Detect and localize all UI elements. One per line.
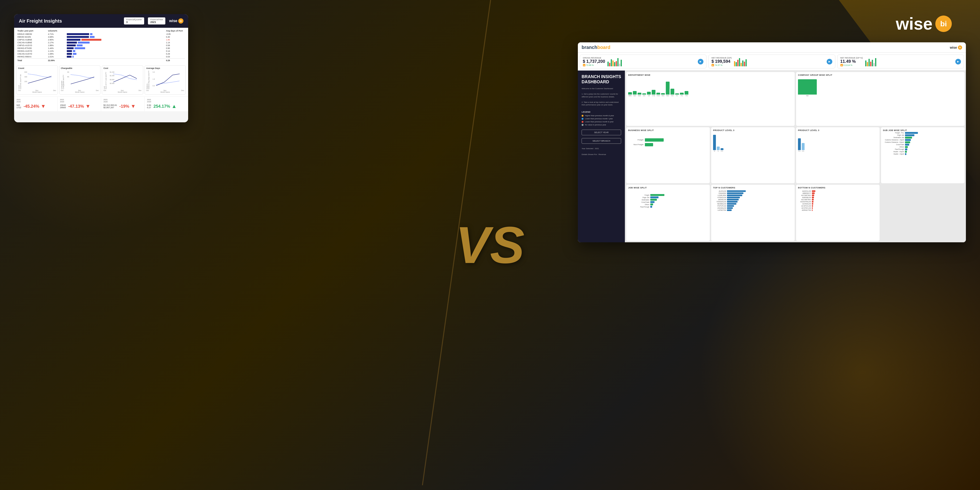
af-header-right: FinancialQuarter 3 FinancialYear 2021 Ai… xyxy=(124,18,183,24)
sj-bar-3 xyxy=(905,137,912,138)
pl3r-col-lcl: LCL xyxy=(802,143,805,152)
row-avg: 0.14 xyxy=(166,50,185,52)
year-filter[interactable]: FinancialYear 2021 xyxy=(148,18,165,24)
af-table-headers: Trade Lane port volume% Avg days of Port xyxy=(18,30,185,32)
bnc-area: AAISOLLIM ABBINDLTI ACCMETAIG AIAENBLIM … xyxy=(798,190,878,212)
table-row: CNCAN-AUBNE 2.17% 1.14 xyxy=(18,41,185,44)
count-chart-title: Count xyxy=(18,67,56,69)
legend-dot-1 xyxy=(582,115,584,117)
bc-row-9: ACSTECLIM xyxy=(798,207,878,209)
bar-fia xyxy=(670,89,674,95)
chargeable-title: Chargeable xyxy=(61,67,99,69)
kpi-nrgp-sparkbar xyxy=(734,58,747,66)
sj-label-8: PassThrough xyxy=(883,148,904,150)
quarter-filter[interactable]: FinancialQuarter 3 xyxy=(124,18,145,24)
stat-cost: 20212020 $2,312,993.61$2,857,267 -19% ▼ xyxy=(101,97,145,111)
kpi-nrgp-play[interactable]: ▶ xyxy=(827,59,832,64)
main-logo: wise bi xyxy=(896,14,952,33)
spark-9 xyxy=(620,60,622,66)
row-name: CNCAN-AUBNE xyxy=(18,41,48,44)
bar-avg xyxy=(90,33,92,35)
jw-row-6: PassThrough xyxy=(628,206,708,208)
select-branch-button[interactable]: SELECT BRANCH xyxy=(582,138,621,144)
spark-7 xyxy=(875,58,876,66)
sj-label-10: Haulier - Import xyxy=(883,153,904,155)
jw-label-2: Origin Job xyxy=(628,197,649,198)
spark-3 xyxy=(737,60,738,66)
top-cust-list: ALDOLIM VNAAINM LONELBIM HTENOLIM JAENEL… xyxy=(713,190,793,211)
kpi-nrgpp-chart xyxy=(865,57,953,66)
dept-bar-sea: SEA xyxy=(633,91,636,97)
chargeable-chart-area: Chargeable and PY Chargeable 0K 5K xyxy=(61,70,99,89)
charts-grid: DEPARTMENT WISE BRN SEA DES xyxy=(625,71,966,242)
sj-row-6: CrossTrade xyxy=(883,144,963,146)
dept-bar-its: ITS xyxy=(685,91,688,97)
row-vol: 1.08% xyxy=(48,53,67,55)
stat-avgdays-arrow: ▲ xyxy=(172,103,177,110)
bar-sea xyxy=(633,91,636,95)
svg-text:200: 200 xyxy=(24,81,27,82)
sj-row-2: Origin Job xyxy=(883,134,963,136)
row-avg: -0.85 xyxy=(166,33,185,35)
cost-xname: Month Name xyxy=(103,91,142,93)
jw-row-4: CrossTrade xyxy=(628,201,708,203)
kpi-nrgpp-value: 11.49 % xyxy=(840,59,863,64)
jw-chart: Freight Origin Job Destination Cros xyxy=(628,190,708,212)
sj-label-4: Customs Clearance - Import xyxy=(883,139,904,141)
bar-avg xyxy=(73,50,75,52)
jw-bar-5 xyxy=(650,204,653,205)
total-vol: 22.09% xyxy=(48,59,67,62)
sj-bar-9 xyxy=(905,151,907,153)
spark-1 xyxy=(608,62,609,66)
bc-row-1: AAISOLLIM xyxy=(798,190,878,192)
row-avg: 0.03 xyxy=(166,56,185,58)
kpi-nrgpp-label: NET REVENUE (GP %) xyxy=(840,57,863,59)
af-stats-section: 20212020 9431722 -45.24% ▼ 20212020 1564… xyxy=(14,97,188,111)
kpi-gr-play[interactable]: ▶ xyxy=(698,59,703,64)
jw-label-6: PassThrough xyxy=(628,206,649,208)
kpi-gr-sparkbar xyxy=(608,58,622,66)
select-year-button[interactable]: SELECT YEAR xyxy=(582,130,621,135)
jw-bar-4 xyxy=(650,201,654,203)
sidebar-desc3: 2. Take a look at top metrics and unders… xyxy=(582,101,621,106)
spark-4 xyxy=(870,62,871,66)
bar-avg xyxy=(73,53,76,55)
stat-count: 20212020 9431722 -45.24% ▼ xyxy=(14,97,57,111)
svg-text:3.0: 3.0 xyxy=(153,71,155,73)
row-bars xyxy=(67,47,166,49)
jw-row-5: Others xyxy=(628,204,708,205)
branch-wisebi-badge: bi xyxy=(958,45,962,49)
row-vol: 1.88% xyxy=(48,44,67,46)
label-fea: FEA xyxy=(662,95,664,97)
cost-chart-area: Sum of CY cost and PY cost $1.2M $1.0M $… xyxy=(103,70,142,89)
avg-days-chart-area: Distinct Avg Days and PY Distinct... 3.0… xyxy=(146,70,185,89)
dept-bar-brn: BRN xyxy=(628,92,632,97)
jw-bar-1 xyxy=(650,194,664,196)
label-cr: CR xyxy=(648,95,650,97)
cost-svg: $1.2M $1.0M $0.8M $0.6M xyxy=(106,70,142,89)
jw-label-3: Destination xyxy=(628,199,649,200)
tc-row-5: JAENELIM xyxy=(713,199,793,200)
stat-count-main: 9431722 -45.24% ▼ xyxy=(16,103,55,110)
tc-row-8: POPOPLIM xyxy=(713,205,793,207)
legend-dot-3 xyxy=(582,121,584,123)
dept-bars: BRN SEA DES DIA xyxy=(628,78,793,97)
dept-wise-area: BRN SEA DES DIA xyxy=(628,78,793,97)
label-cye: CYE xyxy=(652,95,655,97)
row-bars xyxy=(67,33,166,35)
label-dia: DIA xyxy=(643,95,645,97)
bws-area: Freight Non-Freight xyxy=(628,133,708,152)
label-fia: FIA xyxy=(671,95,673,97)
svg-text:600: 600 xyxy=(24,71,27,73)
dept-bar-cye: CYE xyxy=(652,90,655,97)
branch-header: branchboard wise bi xyxy=(578,42,966,53)
avg-days-xlabel: OctNovDec xyxy=(146,90,185,91)
kpi-nrgpp-play[interactable]: ▶ xyxy=(955,59,961,64)
sj-label-1: Freight - FCL xyxy=(883,132,904,134)
kpi-nrgp-info: NET REVENUE (GP) $ 199,594 🔼 74.37 % xyxy=(711,57,732,66)
sj-label-7: Others xyxy=(883,146,904,148)
spark-7 xyxy=(744,62,745,66)
label-fc: FC xyxy=(676,95,678,97)
job-wise-split: JOB WISE SPLIT Freight Origin Job Destin… xyxy=(626,185,710,241)
kpi-nrgp-label: NET REVENUE (GP) xyxy=(711,57,732,59)
